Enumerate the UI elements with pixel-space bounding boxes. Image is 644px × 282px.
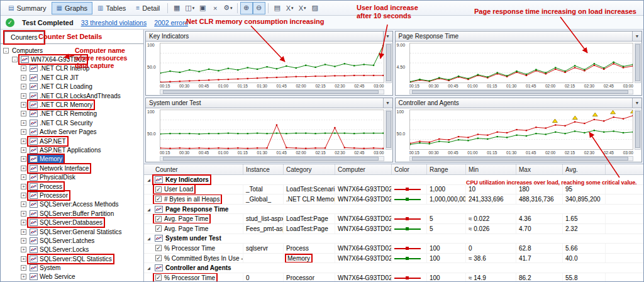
chart-plot[interactable] — [160, 110, 384, 150]
row-checkbox[interactable]: ✓ — [155, 196, 162, 202]
show-legend-button[interactable]: ▤ — [271, 2, 284, 14]
chart-plot[interactable] — [409, 43, 634, 83]
expand-icon[interactable]: + — [21, 93, 26, 99]
tree-item-memory[interactable]: +Memory — [1, 155, 143, 164]
scrollbar-thumb[interactable] — [635, 44, 640, 81]
expand-icon[interactable]: + — [21, 247, 26, 252]
collapse-icon[interactable]: ◢ — [144, 207, 153, 212]
vertical-scrollbar[interactable] — [635, 110, 641, 150]
horizontal-scrollbar[interactable] — [160, 156, 384, 161]
row-checkbox[interactable]: ✓ — [155, 225, 162, 232]
tree-item-net-clr-remoting[interactable]: +.NET CLR Remoting — [1, 110, 143, 118]
tree-item-net-clr-security[interactable]: +.NET CLR Security — [1, 118, 143, 127]
expand-icon[interactable]: + — [21, 265, 26, 271]
tree-item-sqlserver-sql-statistics[interactable]: +SQLServer:SQL Statistics — [1, 254, 143, 263]
scrollbar-thumb[interactable] — [635, 111, 640, 148]
counter-row-avg-page-time[interactable]: ✓Avg. Page TimeFees_pmt-aspLoadTest:Page… — [144, 224, 643, 234]
chevron-down-icon[interactable]: ▼ — [383, 98, 392, 108]
chevron-down-icon[interactable]: ▼ — [383, 31, 392, 41]
expand-icon[interactable]: + — [21, 102, 26, 108]
counter-row-bytes-in-all-heaps[interactable]: ✓# Bytes in all Heaps_Global_.NET CLR Me… — [144, 195, 643, 205]
horizontal-scrollbar[interactable] — [409, 156, 634, 161]
tree-item-process[interactable]: +Process — [1, 182, 143, 191]
chart-style-button[interactable]: ▦ — [170, 2, 183, 14]
chart-title-bar[interactable]: Key Indicators ▼ — [146, 31, 392, 42]
chart-title-bar[interactable]: Page Response Time ▼ — [396, 31, 642, 42]
column-header-color[interactable]: Color — [392, 164, 427, 174]
chart-plot[interactable] — [160, 43, 384, 83]
tree-item-asp-net-applications[interactable]: +ASP.NET Applications — [1, 145, 143, 154]
expand-icon[interactable]: + — [21, 238, 26, 244]
tables-tab[interactable]: ▥Tables — [92, 2, 131, 14]
scrollbar-thumb[interactable] — [386, 44, 391, 81]
horizontal-scrollbar[interactable] — [160, 89, 384, 94]
row-checkbox[interactable]: ✓ — [155, 274, 162, 281]
expand-icon[interactable]: + — [21, 201, 26, 207]
group-row-controller-and-agents[interactable]: ◢Controller and Agents — [144, 263, 643, 273]
horizontal-scrollbar[interactable] — [409, 89, 634, 94]
chart-title-bar[interactable]: Controller and Agents ▼ — [396, 98, 642, 108]
chart-plot[interactable] — [409, 110, 634, 150]
group-row-page-response-time[interactable]: ◢Page Response Time — [144, 205, 643, 215]
tree-item-net-clr-memory[interactable]: +.NET CLR Memory — [1, 100, 143, 109]
threshold-violations-link[interactable]: 33 threshold violations — [81, 19, 147, 26]
graphs-tab[interactable]: ▦Graphs — [52, 2, 93, 14]
row-checkbox[interactable]: ✓ — [155, 216, 162, 222]
zoom-in-button[interactable]: ⊕ — [240, 2, 253, 14]
collapse-icon[interactable]: ◢ — [144, 236, 153, 240]
expand-icon[interactable]: + — [21, 75, 26, 81]
counter-row-committed-bytes-in-use[interactable]: ✓% Committed Bytes In Use -MemoryWN7X64-… — [144, 254, 643, 264]
export-button[interactable]: ▨ — [309, 2, 321, 14]
scrollbar-thumb[interactable] — [412, 90, 628, 94]
collapse-icon[interactable]: ◢ — [144, 266, 153, 270]
expand-icon[interactable]: + — [21, 138, 26, 144]
tree-item-sqlserver-access-methods[interactable]: +SQLServer:Access Methods — [1, 200, 143, 209]
tree-item-sqlserver-databases[interactable]: +SQLServer:Databases — [1, 218, 143, 227]
add-graph-button[interactable]: ▣ — [196, 2, 209, 14]
expand-icon[interactable]: + — [21, 166, 26, 171]
expand-icon[interactable]: + — [21, 220, 26, 225]
expand-icon[interactable]: + — [21, 111, 26, 116]
chevron-down-icon[interactable]: ▼ — [632, 98, 641, 108]
scrollbar-thumb[interactable] — [163, 157, 379, 161]
row-checkbox[interactable]: ✓ — [155, 245, 162, 251]
tree-item-system[interactable]: +System — [1, 263, 143, 272]
scrollbar-thumb[interactable] — [386, 111, 391, 148]
counter-row-user-load[interactable]: ✓User Load_TotalLoadTest:ScenarioWN7X64-… — [144, 185, 643, 195]
graph-options-button[interactable]: ⚙▾ — [221, 2, 234, 14]
column-header-range[interactable]: Range — [427, 164, 466, 174]
expand-icon[interactable]: + — [21, 184, 26, 189]
tree-item-net-clr-jit[interactable]: +.NET CLR JIT — [1, 73, 143, 82]
show-min-stat-button[interactable]: X▾ — [284, 2, 296, 14]
counter-row-processor-time[interactable]: ✓% Processor Time0ProcessorWN7X64-G93TD0… — [144, 273, 643, 282]
zoom-out-button[interactable]: ⊖ — [253, 2, 265, 14]
expand-icon[interactable]: + — [21, 156, 26, 162]
column-header-counter[interactable]: Counter — [144, 164, 243, 174]
expand-icon[interactable]: + — [21, 174, 26, 180]
expand-icon[interactable]: + — [21, 129, 26, 135]
vertical-scrollbar[interactable] — [635, 43, 641, 83]
collapse-icon[interactable]: ◢ — [144, 178, 153, 182]
errors-link[interactable]: 2002 errors — [154, 19, 188, 26]
expand-icon[interactable]: + — [21, 211, 26, 217]
column-header-avg[interactable]: Avg. — [563, 164, 606, 174]
row-checkbox[interactable]: ✓ — [155, 186, 162, 193]
column-header-min[interactable]: Min — [466, 164, 516, 174]
expand-icon[interactable]: + — [21, 274, 26, 279]
tree-item-net-clr-locksandthreads[interactable]: +.NET CLR LocksAndThreads — [1, 91, 143, 100]
collapse-icon[interactable]: - — [3, 48, 9, 54]
tree-item-asp-net[interactable]: +ASP.NET — [1, 137, 143, 145]
column-header-instance[interactable]: Instance — [243, 164, 284, 174]
group-row-system-under-test[interactable]: ◢System under Test — [144, 234, 643, 244]
tree-item-web-service[interactable]: +Web Service — [1, 273, 143, 281]
tree-item-sqlserver-buffer-partition[interactable]: +SQLServer:Buffer Partition — [1, 209, 143, 218]
scrollbar-thumb[interactable] — [163, 90, 379, 94]
tree-item-sqlserver-locks[interactable]: +SQLServer:Locks — [1, 245, 143, 254]
tree-item-network-interface[interactable]: +Network Interface — [1, 164, 143, 172]
summary-tab[interactable]: ▤Summary — [3, 2, 52, 14]
expand-icon[interactable]: + — [21, 120, 26, 126]
show-max-stat-button[interactable]: X▾ — [296, 2, 309, 14]
tree-item-net-clr-loading[interactable]: +.NET CLR Loading — [1, 82, 143, 91]
tree-item-sqlserver-latches[interactable]: +SQLServer:Latches — [1, 236, 143, 245]
chart-title-bar[interactable]: System under Test ▼ — [146, 98, 392, 108]
